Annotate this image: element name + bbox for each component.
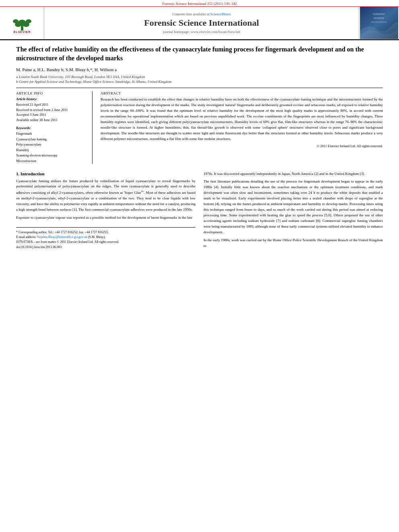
intro-right-para-3: In the early 1980s, work was carried out…	[204, 238, 383, 249]
intro-paragraph-2: Exposure to cyanoacrylate vapour was rep…	[16, 215, 195, 221]
keyword-polycyanoacrylate: Polycyanoacrylate	[16, 142, 87, 148]
email-link[interactable]: Stephen.Bleay@homeoffice.gsi.gov.uk	[37, 235, 87, 239]
authors-line: M. Paine a, H.L. Bandey b, S.M. Bleay b,…	[16, 67, 383, 72]
affiliation-a: a London South Bank University, 103 Boro…	[16, 74, 383, 84]
elsevier-logo: ELSEVIER	[10, 12, 34, 35]
article-title: The effect of relative humidity on the e…	[16, 45, 383, 63]
email-suffix-text: (S.M. Bleay).	[88, 235, 106, 239]
svg-point-5	[26, 19, 31, 23]
intro-right-para-2: The first literature publications detail…	[204, 179, 383, 235]
science-direct-line: Contents lists available at ScienceDirec…	[173, 12, 231, 16]
journal-cover-image: FORENSIC SCIENCE INTERNATIONAL	[360, 7, 398, 39]
copyright-line: © 2011 Elsevier Ireland Ltd. All rights …	[101, 144, 383, 148]
doi-line: doi:10.1016/j.forsciint.2011.06.003	[16, 245, 195, 249]
intro-paragraph-1: Cyanoacrylate fuming utilises the fumes …	[16, 179, 195, 213]
svg-text:SCIENCE: SCIENCE	[374, 17, 385, 19]
revised-date: Received in revised form 2 June 2011	[16, 107, 87, 113]
keywords-label: Keywords:	[16, 126, 87, 130]
journal-header: ELSEVIER Contents lists available at Sci…	[0, 7, 399, 40]
svg-point-4	[13, 19, 19, 23]
corresponding-author-note: * Corresponding author. Tel.: +44 1727 8…	[16, 230, 195, 235]
cover-svg: FORENSIC SCIENCE INTERNATIONAL	[360, 7, 398, 39]
doi-text: doi:10.1016/j.forsciint.2011.06.003	[16, 245, 62, 249]
issn-line: 0379-0738/$ – see front matter © 2011 El…	[16, 240, 195, 244]
available-date: Available online 30 June 2011	[16, 117, 87, 123]
keyword-microstructure: Microstructure	[16, 158, 87, 164]
article-info-column: ARTICLE INFO Article history: Received 2…	[16, 91, 93, 164]
abstract-text: Research has been conducted to establish…	[101, 97, 383, 142]
header-top-row: ELSEVIER Contents lists available at Sci…	[0, 7, 399, 39]
article-info-heading: ARTICLE INFO	[16, 91, 87, 95]
issn-text: 0379-0738/$ – see front matter © 2011 El…	[16, 240, 119, 244]
abstract-column: ABSTRACT Research has been conducted to …	[101, 91, 383, 164]
email-line: E-mail address: Stephen.Bleay@homeoffice…	[16, 235, 195, 240]
elsevier-tree-icon: ELSEVIER	[10, 12, 34, 34]
science-direct-link-text[interactable]: ScienceDirect	[210, 12, 230, 16]
abstract-heading: ABSTRACT	[101, 91, 383, 95]
divider-1	[16, 88, 383, 88]
svg-text:ELSEVIER: ELSEVIER	[13, 31, 31, 33]
header-center: Contents lists available at ScienceDirec…	[44, 7, 359, 39]
elsevier-logo-box: ELSEVIER	[0, 7, 44, 39]
intro-section-title: 1. Introduction	[16, 171, 195, 176]
article-footer: * Corresponding author. Tel.: +44 1727 8…	[16, 227, 195, 249]
science-direct-label: Contents lists available at	[173, 12, 210, 16]
keyword-humidity: Humidity	[16, 148, 87, 153]
article-info-abstract: ARTICLE INFO Article history: Received 2…	[16, 91, 383, 164]
accepted-date: Accepted 3 June 2011	[16, 112, 87, 117]
journal-cover-box: FORENSIC SCIENCE INTERNATIONAL	[359, 7, 399, 39]
homepage-text: journal homepage: www.elsevier.com/locat…	[163, 30, 240, 34]
journal-ref-text: Forensic Science International 212 (2011…	[162, 2, 237, 6]
email-label-text: E-mail address:	[16, 235, 36, 239]
article-content: The effect of relative humidity on the e…	[0, 40, 399, 255]
article-history-label: Article history:	[16, 97, 87, 101]
journal-title: Forensic Science International	[144, 18, 259, 28]
intro-left-column: 1. Introduction Cyanoacrylate fuming uti…	[16, 171, 195, 251]
affiliation-b-text: b Centre for Applied Science and Technol…	[16, 79, 383, 84]
keyword-ca-fuming: Cyanoacrylate fuming	[16, 137, 87, 142]
journal-homepage: journal homepage: www.elsevier.com/locat…	[163, 30, 240, 34]
svg-text:INTERNATIONAL: INTERNATIONAL	[371, 21, 387, 23]
keyword-fingermark: Fingermark	[16, 131, 87, 137]
journal-reference-bar: Forensic Science International 212 (2011…	[0, 0, 399, 7]
section-number: 1.	[16, 171, 19, 176]
intro-right-para-1: 1970s. It was discovered apparently inde…	[204, 171, 383, 177]
intro-right-column: 1970s. It was discovered apparently inde…	[204, 171, 383, 251]
corresponding-note-text: * Corresponding author. Tel.: +44 1727 8…	[16, 230, 108, 234]
svg-text:FORENSIC: FORENSIC	[372, 13, 385, 15]
svg-rect-0	[21, 26, 23, 31]
section-title: Introduction	[21, 171, 45, 176]
authors-text: M. Paine a, H.L. Bandey b, S.M. Bleay b,…	[16, 67, 117, 72]
keyword-sem: Scanning electron microscopy	[16, 153, 87, 158]
introduction-section: 1. Introduction Cyanoacrylate fuming uti…	[16, 171, 383, 251]
affiliation-a-text: a London South Bank University, 103 Boro…	[16, 74, 383, 80]
received-date: Received 21 April 2011	[16, 102, 87, 107]
